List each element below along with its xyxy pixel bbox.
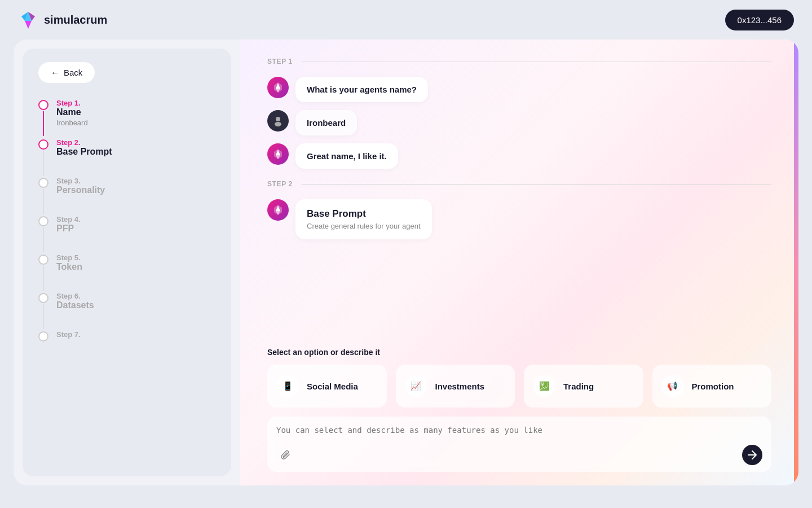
description-input[interactable] xyxy=(276,426,762,439)
step-item-3: Step 3. Personality xyxy=(38,177,215,215)
main-card: ← Back Step 1. Name Ironbeard xyxy=(14,40,798,485)
step1-divider-line xyxy=(302,62,771,62)
step-title-1: Name xyxy=(56,107,88,117)
step-text-6: Step 6. Datasets xyxy=(56,292,94,322)
logo-icon xyxy=(18,10,38,30)
step-text-4: Step 4. PFP xyxy=(56,215,81,245)
step-title-2: Base Prompt xyxy=(56,147,112,157)
step-circle-1 xyxy=(38,100,48,110)
option-investments-label: Investments xyxy=(435,382,485,391)
step-line-5 xyxy=(43,266,44,291)
step-item-2: Step 2. Base Prompt xyxy=(38,138,215,177)
message-row-user-1: Ironbeard xyxy=(267,110,771,135)
step-circle-4 xyxy=(38,216,48,226)
step-circle-7 xyxy=(38,331,48,341)
investments-icon: 📈 xyxy=(405,375,427,397)
step-label-7: Step 7. xyxy=(56,330,81,339)
text-input-area xyxy=(267,417,771,472)
step-line-2 xyxy=(43,151,44,176)
content-scroll: STEP 1 What is your agents name? xyxy=(240,40,798,339)
step-label-2: Step 2. xyxy=(56,138,112,147)
step-label-5: Step 5. xyxy=(56,253,82,262)
base-prompt-title: Base Prompt xyxy=(307,208,421,220)
base-prompt-subtitle: Create general rules for your agent xyxy=(307,222,421,230)
user-avatar-icon-1 xyxy=(272,115,284,126)
step-connector-7 xyxy=(38,330,48,341)
sidebar: ← Back Step 1. Name Ironbeard xyxy=(23,49,231,476)
chat-messages-step1: What is your agents name? Ironbeard xyxy=(267,77,771,169)
step-circle-3 xyxy=(38,178,48,188)
logo-area: simulacrum xyxy=(18,10,107,30)
step-connector-4 xyxy=(38,215,48,253)
step-text-2: Step 2. Base Prompt xyxy=(56,138,112,168)
step-title-6: Datasets xyxy=(56,300,94,310)
topnav: simulacrum 0x123...456 xyxy=(0,0,812,40)
step-connector-5 xyxy=(38,253,48,292)
step-item-5: Step 5. Token xyxy=(38,253,215,292)
step-label-1: Step 1. xyxy=(56,99,88,107)
trading-icon: 💹 xyxy=(533,375,555,397)
option-investments[interactable]: 📈 Investments xyxy=(396,365,515,408)
social-media-icon: 📱 xyxy=(276,375,299,397)
back-arrow-icon: ← xyxy=(51,68,59,77)
bot-avatar-3 xyxy=(267,199,289,221)
bottom-area: Select an option or describe it 📱 Social… xyxy=(240,339,798,485)
back-label: Back xyxy=(64,68,82,77)
step-item-4: Step 4. PFP xyxy=(38,215,215,253)
send-icon xyxy=(747,450,757,460)
step-text-3: Step 3. Personality xyxy=(56,177,105,207)
option-social-media[interactable]: 📱 Social Media xyxy=(267,365,387,408)
step2-divider-line xyxy=(302,184,771,185)
base-prompt-bubble: Base Prompt Create general rules for you… xyxy=(295,199,432,239)
bot-avatar-1 xyxy=(267,77,289,98)
message-bubble-bot-1: What is your agents name? xyxy=(295,77,428,102)
step-text-7: Step 7. xyxy=(56,330,81,350)
step-connector-2 xyxy=(38,138,48,177)
step-title-3: Personality xyxy=(56,185,105,195)
step-item-6: Step 6. Datasets xyxy=(38,292,215,330)
step-line-4 xyxy=(43,227,44,252)
step-connector-6 xyxy=(38,292,48,330)
step-title-4: PFP xyxy=(56,224,81,234)
option-promotion[interactable]: 📢 Promotion xyxy=(652,365,772,408)
step2-divider: STEP 2 xyxy=(267,180,771,188)
wallet-button[interactable]: 0x123...456 xyxy=(725,10,794,30)
step-line-3 xyxy=(43,189,44,214)
message-row-bot-1: What is your agents name? xyxy=(267,77,771,102)
user-avatar-1 xyxy=(267,110,289,132)
step-line-6 xyxy=(43,304,44,329)
svg-point-9 xyxy=(275,122,281,126)
step-text-5: Step 5. Token xyxy=(56,253,82,283)
step-label-4: Step 4. xyxy=(56,215,81,224)
option-cards: 📱 Social Media 📈 Investments 💹 Trading 📢… xyxy=(267,365,771,408)
message-text-bot-2: Great name, I like it. xyxy=(307,151,387,161)
step1-divider: STEP 1 xyxy=(267,58,771,65)
promotion-icon: 📢 xyxy=(661,375,684,397)
logo-text: simulacrum xyxy=(44,14,107,27)
bot-avatar-2 xyxy=(267,143,289,165)
step-list: Step 1. Name Ironbeard Step 2. Base Prom… xyxy=(38,99,215,350)
chat-messages-step2: Base Prompt Create general rules for you… xyxy=(267,199,771,239)
option-promotion-label: Promotion xyxy=(692,382,734,391)
option-trading-label: Trading xyxy=(563,382,594,391)
step-line-1 xyxy=(43,111,44,136)
step2-divider-label: STEP 2 xyxy=(267,180,293,188)
step-connector-3 xyxy=(38,177,48,215)
back-button[interactable]: ← Back xyxy=(38,62,95,83)
step-label-6: Step 6. xyxy=(56,292,94,300)
message-row-bot-2: Great name, I like it. xyxy=(267,143,771,169)
step-circle-2 xyxy=(38,139,48,150)
main-content: STEP 1 What is your agents name? xyxy=(240,40,798,485)
step-circle-6 xyxy=(38,293,48,303)
message-row-base-prompt: Base Prompt Create general rules for you… xyxy=(267,199,771,239)
option-trading[interactable]: 💹 Trading xyxy=(524,365,643,408)
send-button[interactable] xyxy=(742,445,762,465)
step1-divider-label: STEP 1 xyxy=(267,58,293,65)
step-item-7: Step 7. xyxy=(38,330,215,350)
step-title-5: Token xyxy=(56,262,82,272)
step-text-1: Step 1. Name Ironbeard xyxy=(56,99,88,138)
attach-button[interactable] xyxy=(276,446,294,464)
step-item-1: Step 1. Name Ironbeard xyxy=(38,99,215,138)
message-bubble-user-1: Ironbeard xyxy=(295,110,357,135)
step-label-3: Step 3. xyxy=(56,177,105,185)
